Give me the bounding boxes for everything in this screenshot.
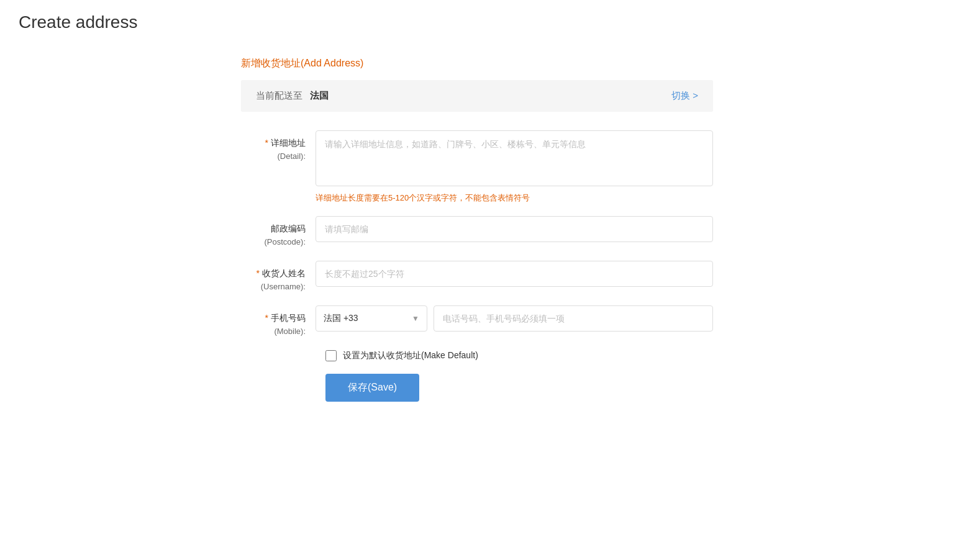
country-code-label: 法国 +33 bbox=[324, 313, 358, 324]
postcode-label: 邮政编码 (Postcode): bbox=[241, 216, 316, 248]
form-container: 新增收货地址(Add Address) 当前配送至 法国 切换 > *详细地址 … bbox=[241, 57, 713, 402]
delivery-bar: 当前配送至 法国 切换 > bbox=[241, 80, 713, 112]
default-checkbox-row: 设置为默认收货地址(Make Default) bbox=[325, 350, 713, 361]
postcode-field-wrap bbox=[316, 216, 713, 242]
required-star-detail: * bbox=[265, 138, 268, 148]
mobile-label: *手机号码 (Mobile): bbox=[241, 305, 316, 338]
detail-address-label: *详细地址 (Detail): bbox=[241, 130, 316, 163]
delivery-bar-label: 当前配送至 bbox=[256, 90, 302, 102]
required-star-username: * bbox=[257, 268, 260, 278]
username-input[interactable] bbox=[316, 261, 713, 287]
form-actions: 设置为默认收货地址(Make Default) 保存(Save) bbox=[325, 350, 713, 402]
username-label-sub: (Username): bbox=[261, 282, 306, 291]
mobile-label-sub: (Mobile): bbox=[274, 327, 306, 336]
page-title: Create address bbox=[19, 12, 935, 32]
username-label: *收货人姓名 (Username): bbox=[241, 261, 316, 293]
phone-number-input[interactable] bbox=[434, 305, 713, 332]
mobile-row: *手机号码 (Mobile): 法国 +33 ▼ bbox=[241, 305, 713, 338]
switch-link[interactable]: 切换 > bbox=[671, 90, 698, 102]
delivery-bar-value: 法国 bbox=[310, 90, 671, 102]
detail-address-input[interactable] bbox=[316, 130, 713, 186]
detail-address-label-sub: (Detail): bbox=[277, 151, 306, 161]
required-star-mobile: * bbox=[265, 313, 268, 323]
country-code-select[interactable]: 法国 +33 ▼ bbox=[316, 305, 427, 332]
postcode-input[interactable] bbox=[316, 216, 713, 242]
postcode-label-sub: (Postcode): bbox=[265, 237, 306, 246]
phone-row: 法国 +33 ▼ bbox=[316, 305, 713, 332]
detail-address-error: 详细地址长度需要在5-120个汉字或字符，不能包含表情符号 bbox=[316, 192, 713, 204]
postcode-row: 邮政编码 (Postcode): bbox=[241, 216, 713, 248]
username-row: *收货人姓名 (Username): bbox=[241, 261, 713, 293]
mobile-field-wrap: 法国 +33 ▼ bbox=[316, 305, 713, 332]
default-address-label[interactable]: 设置为默认收货地址(Make Default) bbox=[343, 350, 478, 361]
detail-address-row: *详细地址 (Detail): 详细地址长度需要在5-120个汉字或字符，不能包… bbox=[241, 130, 713, 204]
section-title: 新增收货地址(Add Address) bbox=[241, 57, 713, 70]
username-field-wrap bbox=[316, 261, 713, 287]
chevron-down-icon: ▼ bbox=[412, 314, 419, 323]
save-button[interactable]: 保存(Save) bbox=[325, 374, 419, 402]
detail-address-field-wrap: 详细地址长度需要在5-120个汉字或字符，不能包含表情符号 bbox=[316, 130, 713, 204]
default-address-checkbox[interactable] bbox=[325, 350, 337, 361]
